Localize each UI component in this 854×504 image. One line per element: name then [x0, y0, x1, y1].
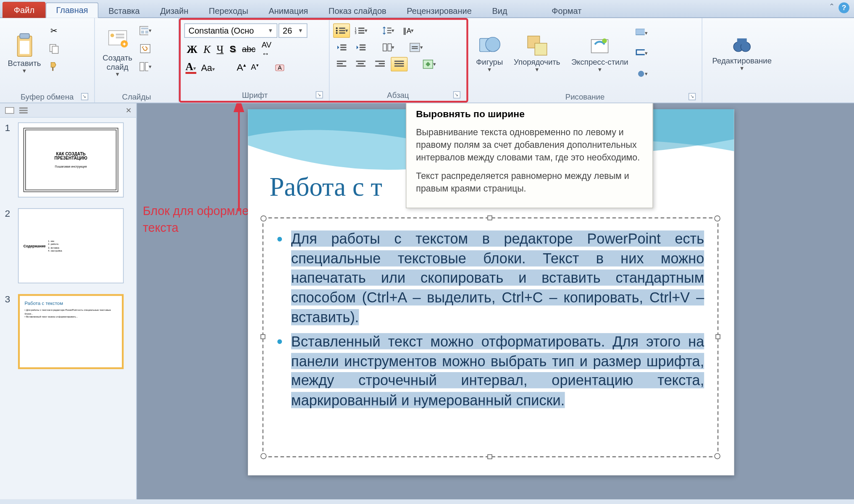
- tooltip-title: Выровнять по ширине: [416, 109, 643, 120]
- help-icon[interactable]: ?: [838, 3, 849, 13]
- minimize-ribbon-icon[interactable]: ⌃: [829, 3, 835, 13]
- svg-point-25: [336, 32, 337, 34]
- svg-rect-76: [19, 112, 28, 113]
- tooltip-justify: Выровнять по ширине Выравнивание текста …: [406, 103, 653, 208]
- slides-view-icon[interactable]: [5, 107, 14, 114]
- svg-text:‖A: ‖A: [402, 26, 411, 35]
- svg-rect-5: [52, 67, 53, 71]
- thumbnail-3[interactable]: 3 Работа с текстом• Для работы с текстом…: [5, 294, 131, 369]
- svg-point-7: [110, 34, 114, 37]
- align-text-button[interactable]: ▾: [407, 40, 424, 55]
- underline-button[interactable]: Ч: [217, 43, 224, 55]
- tab-animation[interactable]: Анимация: [258, 3, 318, 18]
- format-painter-button[interactable]: [47, 60, 60, 73]
- tab-view[interactable]: Вид: [482, 3, 518, 18]
- tooltip-text-1: Выравнивание текста одновременно по лево…: [416, 126, 643, 163]
- align-vertical-icon: [409, 42, 420, 52]
- paste-button[interactable]: Вставить ▼: [4, 21, 45, 85]
- font-size-combo[interactable]: 26▼: [279, 24, 307, 38]
- svg-rect-67: [636, 29, 645, 35]
- svg-rect-55: [379, 63, 385, 64]
- paragraph-group-label: Абзац: [387, 91, 409, 100]
- strikethrough-button[interactable]: abc: [242, 45, 255, 54]
- bold-button[interactable]: Ж: [187, 43, 197, 55]
- justify-icon: [394, 60, 404, 68]
- tab-file[interactable]: Файл: [3, 2, 46, 18]
- drawing-dialog-launcher[interactable]: ↘: [688, 93, 696, 100]
- bullets-icon: [335, 26, 346, 35]
- svg-rect-33: [387, 28, 391, 29]
- svg-rect-18: [145, 63, 148, 71]
- close-panel-icon[interactable]: ×: [126, 105, 131, 116]
- chevron-down-icon: ▼: [115, 71, 120, 77]
- font-name-combo[interactable]: Constantia (Осно▼: [184, 24, 277, 38]
- arrange-button[interactable]: Упорядочить▼: [510, 21, 565, 85]
- shape-outline-button[interactable]: ▾: [635, 47, 648, 60]
- copy-button[interactable]: [47, 42, 60, 55]
- svg-point-66: [602, 38, 607, 43]
- svg-rect-32: [358, 32, 364, 34]
- font-dialog-launcher[interactable]: ↘: [316, 91, 323, 98]
- tab-format[interactable]: Формат: [541, 3, 592, 18]
- quick-styles-button[interactable]: Экспресс-стили▼: [567, 21, 633, 85]
- tab-insert[interactable]: Вставка: [98, 3, 150, 18]
- svg-rect-68: [636, 50, 645, 55]
- outline-view-icon[interactable]: [19, 107, 29, 114]
- decrease-indent-button[interactable]: [333, 40, 350, 55]
- copy-icon: [49, 43, 60, 54]
- smartart-button[interactable]: ▾: [421, 57, 438, 71]
- reset-button[interactable]: [139, 42, 152, 55]
- svg-rect-56: [375, 66, 385, 67]
- text-placeholder[interactable]: Для работы с текстом в редакторе PowerPo…: [262, 217, 718, 457]
- char-spacing-button[interactable]: AV↔: [262, 40, 271, 58]
- slide-body-text[interactable]: Для работы с текстом в редакторе PowerPo…: [263, 218, 717, 426]
- align-center-button[interactable]: [352, 57, 369, 71]
- binoculars-icon: [732, 34, 752, 56]
- numbering-icon: 123: [354, 26, 365, 35]
- cut-button[interactable]: ✂: [47, 24, 60, 37]
- new-slide-button[interactable]: ✦ Создать слайд ▼: [98, 21, 137, 85]
- change-case-button[interactable]: Aa▾: [201, 62, 215, 72]
- columns-button[interactable]: ▾: [380, 40, 397, 55]
- tab-transitions[interactable]: Переходы: [199, 3, 258, 18]
- svg-rect-26: [339, 32, 345, 34]
- increase-indent-button[interactable]: [352, 40, 369, 55]
- tab-home[interactable]: Главная: [46, 3, 98, 18]
- align-right-button[interactable]: [372, 57, 389, 71]
- scissors-icon: ✂: [50, 26, 58, 35]
- svg-text:A: A: [278, 64, 282, 71]
- svg-point-62: [486, 37, 500, 51]
- text-direction-button[interactable]: ‖A▾: [399, 24, 416, 38]
- svg-rect-2: [20, 40, 29, 53]
- font-color-button[interactable]: A▾: [186, 60, 197, 74]
- thumbnail-1[interactable]: 1 КАК СОЗДАТЬПРЕЗЕНТАЦИЮПошаговая инстру…: [5, 123, 131, 198]
- paragraph-dialog-launcher[interactable]: ↘: [453, 91, 460, 98]
- clear-formatting-button[interactable]: A: [274, 61, 286, 74]
- italic-button[interactable]: К: [203, 43, 210, 55]
- line-spacing-button[interactable]: ▾: [380, 24, 397, 38]
- grow-font-button[interactable]: A▴: [237, 62, 246, 73]
- svg-rect-14: [141, 31, 144, 34]
- svg-point-23: [336, 30, 337, 32]
- align-left-button[interactable]: [333, 57, 350, 71]
- clipboard-dialog-launcher[interactable]: ↘: [81, 93, 88, 100]
- tab-review[interactable]: Рецензирование: [397, 3, 482, 18]
- shrink-font-button[interactable]: A▾: [251, 63, 258, 72]
- shadow-button[interactable]: S: [230, 44, 236, 55]
- shape-fill-button[interactable]: ▾: [635, 26, 648, 39]
- drawing-group-label: Рисование: [565, 92, 605, 101]
- svg-rect-8: [116, 34, 124, 35]
- chevron-down-icon: ▼: [268, 28, 273, 34]
- shape-effects-button[interactable]: ▾: [635, 67, 648, 80]
- editing-button[interactable]: Редактирование▼: [708, 21, 776, 85]
- bullets-button[interactable]: ▾: [333, 24, 350, 38]
- thumbnail-2[interactable]: 2 Содержание1. как2. работа3. вставка4. …: [5, 208, 131, 284]
- clipboard-group-label: Буфер обмена: [21, 92, 74, 101]
- justify-button[interactable]: [391, 57, 407, 71]
- tab-design[interactable]: Дизайн: [150, 3, 199, 18]
- tab-slideshow[interactable]: Показ слайдов: [318, 3, 397, 18]
- layout-button[interactable]: ▾: [139, 24, 152, 37]
- numbering-button[interactable]: 123▾: [352, 24, 369, 38]
- shapes-button[interactable]: Фигуры▼: [472, 21, 507, 85]
- section-button[interactable]: ▾: [139, 60, 152, 73]
